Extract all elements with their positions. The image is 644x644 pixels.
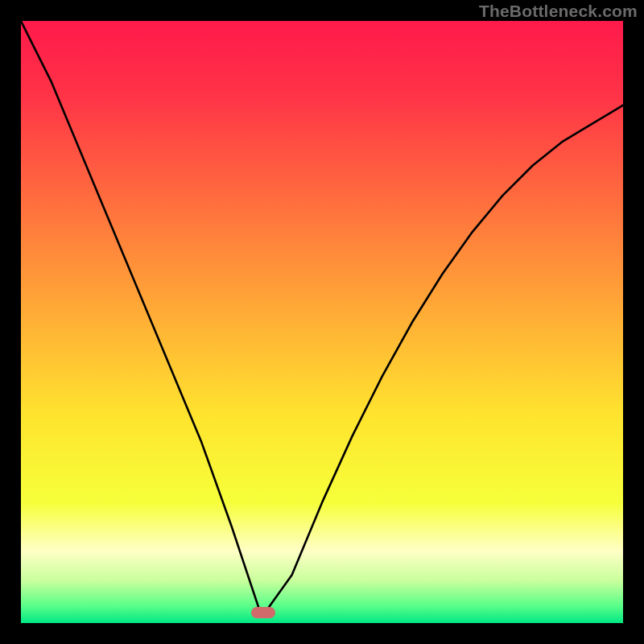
outer-frame: TheBottleneck.com xyxy=(0,0,644,644)
bottleneck-curve xyxy=(21,21,623,623)
plot-area xyxy=(21,21,623,623)
watermark-text: TheBottleneck.com xyxy=(479,2,638,21)
optimum-marker xyxy=(251,607,275,618)
